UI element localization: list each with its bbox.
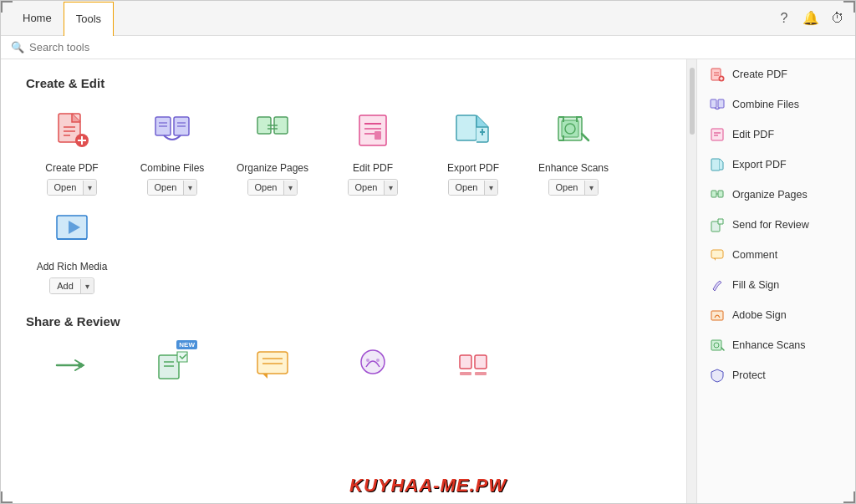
- add-rich-media-btn-group: Add ▾: [49, 277, 94, 294]
- sidebar-protect-label: Protect: [732, 369, 766, 381]
- sidebar-item-export-pdf[interactable]: Export PDF: [697, 150, 855, 180]
- tab-bar: Home Tools: [11, 1, 114, 35]
- edit-pdf-drop-btn[interactable]: ▾: [384, 181, 397, 195]
- enhance-scans-open-btn[interactable]: Open: [549, 180, 585, 195]
- organize-pages-btn-group: Open ▾: [247, 179, 298, 196]
- search-icon: 🔍: [11, 41, 24, 53]
- corner-br: [843, 491, 855, 503]
- tools-area: Create & Edit: [1, 59, 686, 503]
- svg-point-39: [376, 359, 380, 362]
- export-pdf-label: Export PDF: [447, 162, 499, 174]
- svg-rect-43: [475, 372, 487, 375]
- create-pdf-open-btn[interactable]: Open: [48, 180, 84, 195]
- combine-files-open-btn[interactable]: Open: [148, 180, 184, 195]
- tool-comment: [227, 344, 318, 387]
- tab-home[interactable]: Home: [11, 1, 64, 35]
- create-pdf-icon: [47, 105, 97, 155]
- enhance-scans-drop-btn[interactable]: ▾: [584, 181, 598, 195]
- svg-rect-61: [711, 340, 721, 350]
- share-review-grid: NEW: [26, 344, 661, 387]
- search-input[interactable]: [29, 41, 196, 53]
- bell-icon[interactable]: 🔔: [803, 11, 818, 26]
- svg-rect-34: [257, 352, 288, 374]
- sidebar-item-organize-pages[interactable]: Organize Pages: [697, 180, 855, 210]
- watermark: KUYHAA-ME.PW: [349, 475, 507, 496]
- svg-rect-20: [374, 131, 381, 140]
- sidebar-item-adobe-sign[interactable]: Adobe Sign: [697, 300, 855, 330]
- export-pdf-open-btn[interactable]: Open: [449, 180, 485, 195]
- sidebar-combine-files-label: Combine Files: [732, 99, 799, 110]
- svg-point-37: [361, 350, 385, 374]
- svg-rect-51: [718, 99, 724, 108]
- corner-bl: [1, 491, 13, 503]
- edit-pdf-open-btn[interactable]: Open: [349, 180, 385, 195]
- svg-rect-40: [460, 355, 471, 369]
- help-icon[interactable]: ?: [777, 11, 792, 26]
- sidebar-fill-sign-icon: [709, 277, 726, 293]
- scrollbar[interactable]: [686, 59, 696, 503]
- sidebar-item-send-review[interactable]: Send for Review: [697, 210, 855, 240]
- combine-files-drop-btn[interactable]: ▾: [183, 181, 196, 195]
- export-pdf-icon: [448, 105, 498, 155]
- organize-pages-drop-btn[interactable]: ▾: [283, 181, 297, 195]
- edit-pdf-label: Edit PDF: [353, 162, 393, 174]
- tool-create-pdf: Create PDF Open ▾: [26, 105, 118, 196]
- section-title-share-review: Share & Review: [26, 314, 661, 328]
- add-rich-media-add-btn[interactable]: Add: [50, 278, 80, 293]
- comment-icon: [251, 344, 294, 387]
- svg-rect-59: [711, 250, 723, 258]
- combine-files-icon: [147, 105, 197, 155]
- tool-more: [427, 344, 519, 387]
- enhance-scans-label: Enhance Scans: [538, 162, 609, 174]
- sidebar-comment-label: Comment: [732, 249, 777, 261]
- sidebar-fill-sign-label: Fill & Sign: [732, 279, 779, 291]
- add-rich-media-label: Add Rich Media: [37, 261, 108, 272]
- tool-send-review: NEW: [126, 344, 218, 387]
- app-window: Home Tools ? 🔔 ⏱ 🔍 Create & Edit: [0, 0, 856, 504]
- more-icon: [451, 344, 495, 387]
- sidebar-combine-files-icon: [709, 96, 726, 113]
- sidebar-adobe-sign-label: Adobe Sign: [732, 309, 787, 321]
- organize-pages-icon: [247, 105, 298, 155]
- sidebar-item-fill-sign[interactable]: Fill & Sign: [697, 270, 855, 300]
- corner-tr: [843, 1, 855, 13]
- tool-signatures: [327, 344, 419, 387]
- sidebar-send-review-icon: [709, 216, 726, 233]
- organize-pages-label: Organize Pages: [237, 162, 308, 174]
- sidebar-comment-icon: [709, 247, 726, 263]
- sidebar-item-comment[interactable]: Comment: [697, 240, 855, 270]
- sidebar-item-create-pdf[interactable]: Create PDF: [697, 59, 855, 89]
- sidebar-item-combine-files[interactable]: Combine Files: [697, 89, 855, 120]
- add-rich-media-drop-btn[interactable]: ▾: [80, 279, 94, 293]
- send-track-icon: [50, 344, 94, 387]
- tool-send-track: [26, 344, 118, 387]
- create-pdf-label: Create PDF: [45, 162, 98, 174]
- new-badge: NEW: [176, 340, 197, 349]
- sidebar-export-pdf-label: Export PDF: [732, 159, 787, 171]
- sidebar-export-pdf-icon: [709, 156, 726, 173]
- sidebar-adobe-sign-icon: [709, 307, 726, 323]
- sidebar-create-pdf-label: Create PDF: [732, 69, 787, 80]
- history-icon[interactable]: ⏱: [830, 11, 845, 26]
- svg-rect-42: [460, 372, 471, 375]
- svg-rect-50: [711, 99, 716, 108]
- create-pdf-drop-btn[interactable]: ▾: [83, 181, 96, 195]
- sidebar-toggle[interactable]: ‹: [696, 269, 697, 294]
- sidebar-item-enhance-scans[interactable]: Enhance Scans: [697, 330, 855, 360]
- export-pdf-drop-btn[interactable]: ▾: [484, 181, 497, 195]
- sidebar-edit-pdf-label: Edit PDF: [732, 129, 774, 140]
- tool-add-rich-media: Add Rich Media Add ▾: [26, 204, 118, 294]
- tool-organize-pages: Organize Pages Open ▾: [227, 105, 318, 196]
- organize-pages-open-btn[interactable]: Open: [248, 180, 284, 195]
- tool-enhance-scans: Enhance Scans Open ▾: [527, 105, 619, 196]
- section-create-edit: Create & Edit: [26, 76, 661, 294]
- tab-tools[interactable]: Tools: [64, 2, 114, 36]
- svg-rect-41: [475, 355, 487, 369]
- edit-pdf-icon: [348, 105, 398, 155]
- svg-rect-23: [562, 120, 578, 137]
- sidebar-item-edit-pdf[interactable]: Edit PDF: [697, 120, 855, 150]
- section-share-review: Share & Review: [26, 314, 661, 387]
- svg-rect-55: [711, 159, 720, 171]
- enhance-scans-icon: [548, 105, 599, 155]
- sidebar-item-protect[interactable]: Protect: [697, 360, 855, 390]
